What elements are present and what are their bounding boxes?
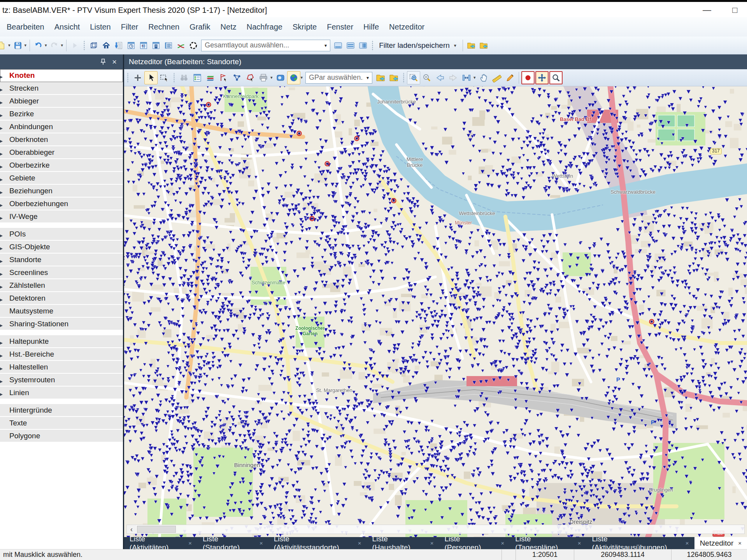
save-button[interactable] — [12, 39, 24, 52]
menu-bearbeiten[interactable]: Bearbeiten — [2, 17, 49, 37]
filter-load-button[interactable] — [465, 39, 477, 52]
insert-mode-button[interactable] — [131, 71, 144, 84]
sidebar-item-gis-objekte[interactable]: GIS-Objekte — [0, 241, 123, 254]
sidebar-item-anbindungen[interactable]: Anbindungen — [0, 121, 123, 133]
layout-bottom-button[interactable] — [332, 39, 344, 52]
menu-listen[interactable]: Listen — [85, 17, 116, 37]
print-button-dropdown[interactable]: ▾ — [270, 75, 274, 80]
tab-close-icon[interactable]: × — [188, 540, 192, 546]
spatial-select-button[interactable] — [217, 71, 230, 84]
map-horizontal-scrollbar[interactable]: ‹ — [126, 525, 745, 534]
tab-close-icon[interactable]: × — [501, 540, 505, 546]
find-button[interactable] — [177, 71, 191, 84]
record-button[interactable] — [521, 71, 535, 84]
run-procedures-button[interactable] — [68, 39, 81, 52]
tab-close-icon[interactable]: × — [430, 540, 434, 546]
gpar-load-button[interactable] — [374, 71, 387, 84]
timetable-editor-button[interactable] — [187, 39, 200, 52]
sidebar-item-sharing-stationen[interactable]: Sharing-Stationen — [0, 318, 123, 331]
pan-button[interactable] — [477, 71, 490, 84]
tab-close-icon[interactable]: × — [260, 540, 263, 546]
center-view-button[interactable] — [535, 71, 549, 84]
tab-netzeditor[interactable]: Netzeditor× — [694, 537, 747, 549]
tab-close-icon[interactable]: × — [578, 540, 581, 546]
sidebar-item-haltepunkte[interactable]: Haltepunkte — [0, 335, 123, 348]
tab-liste-aktivitätsstandorte-[interactable]: Liste (Aktivitätsstandorte)× — [268, 537, 367, 549]
sidebar-item-oberabbieger[interactable]: Oberabbieger — [0, 146, 123, 159]
gpar-combobox[interactable]: GPar auswählen...▾ — [305, 72, 372, 84]
sidebar-item-texte[interactable]: Texte — [0, 417, 123, 430]
sidebar-item-haltestellen[interactable]: Haltestellen — [0, 361, 123, 374]
tab-liste-haushalte-[interactable]: Liste (Haushalte)× — [367, 537, 439, 549]
sidebar-item-gebiete[interactable]: Gebiete — [0, 172, 123, 185]
matrix-editor-button[interactable] — [137, 39, 150, 52]
sidebar-item-beziehungen[interactable]: Beziehungen — [0, 185, 123, 198]
new-version-button[interactable] — [0, 39, 8, 52]
menu-fenster[interactable]: Fenster — [322, 17, 358, 37]
sidebar-item-hintergr-nde[interactable]: Hintergründe — [0, 404, 123, 417]
sidebar-item-linien[interactable]: Linien — [0, 387, 123, 399]
sidebar-close-icon[interactable]: × — [112, 58, 117, 65]
sidebar-item-standorte[interactable]: Standorte — [0, 254, 123, 266]
layout-combobox[interactable]: Gesamtlayout auswählen...▾ — [201, 40, 330, 51]
sidebar-item-polygone[interactable]: Polygone — [0, 430, 123, 443]
tab-liste-tagespläne-[interactable]: Liste (Tagespläne)× — [510, 537, 586, 549]
redo-button-dropdown[interactable]: ▾ — [61, 43, 65, 48]
save-button-dropdown[interactable]: ▾ — [24, 43, 28, 48]
tab-close-icon[interactable]: × — [358, 540, 361, 546]
sidebar-item-hst-bereiche[interactable]: Hst.-Bereiche — [0, 348, 123, 361]
menu-ansicht[interactable]: Ansicht — [49, 17, 85, 37]
object-list-button[interactable] — [191, 71, 204, 84]
maximize-button[interactable]: □ — [726, 4, 744, 17]
layout-rows-button[interactable] — [344, 39, 357, 52]
demand-model-button[interactable] — [150, 39, 162, 52]
list-import-button[interactable] — [112, 39, 125, 52]
sidebar-item-pois[interactable]: POIs — [0, 228, 123, 241]
overview-window-button[interactable] — [274, 71, 287, 84]
draw-button[interactable] — [503, 71, 517, 84]
scrollbar-track[interactable] — [136, 525, 744, 534]
menu-skripte[interactable]: Skripte — [288, 17, 322, 37]
minimize-button[interactable]: — — [698, 4, 716, 17]
tab-liste-aktivitätsausübungen-[interactable]: Liste (Aktivitätsausübungen)× — [586, 537, 694, 549]
layers-button[interactable] — [204, 71, 217, 84]
sidebar-item-screenlines[interactable]: Screenlines — [0, 266, 123, 279]
map-viewport[interactable]: KannenfeldparkJohanniterbrückeMittlere B… — [124, 86, 747, 537]
gpar-save-button[interactable] — [387, 71, 400, 84]
procedure-sequence-button[interactable] — [125, 39, 137, 52]
scrollbar-thumb[interactable] — [137, 526, 176, 533]
chevron-down-icon[interactable]: ▾ — [321, 43, 330, 48]
previous-view-button[interactable] — [433, 71, 447, 84]
zoom-extent-button[interactable] — [460, 71, 473, 84]
menu-netz[interactable]: Netz — [216, 17, 242, 37]
sidebar-item-bezirke[interactable]: Bezirke — [0, 108, 123, 121]
sidebar-item-strecken[interactable]: Strecken — [0, 82, 123, 95]
chevron-down-icon[interactable]: ▾ — [454, 43, 458, 48]
undo-button[interactable] — [32, 39, 44, 52]
tab-close-icon[interactable]: × — [686, 540, 689, 546]
background-map-button-dropdown[interactable]: ▾ — [300, 75, 304, 80]
home-button[interactable] — [100, 39, 112, 52]
lists-button[interactable] — [162, 39, 175, 52]
new-version-button-dropdown[interactable]: ▾ — [8, 43, 12, 48]
tab-close-icon[interactable]: × — [738, 540, 742, 546]
filter-save-button[interactable] — [477, 39, 490, 52]
sidebar-item-z-hlstellen[interactable]: Zählstellen — [0, 279, 123, 292]
sidebar-item-oberknoten[interactable]: Oberknoten — [0, 133, 123, 146]
menu-rechnen[interactable]: Rechnen — [143, 17, 184, 37]
measure-button[interactable] — [490, 71, 503, 84]
filter-menu-button[interactable]: Filter laden/speichern▾ — [376, 41, 461, 50]
sidebar-item-oberbezirke[interactable]: Oberbezirke — [0, 159, 123, 172]
marquee-select-button[interactable] — [158, 71, 171, 84]
zoom-in-button[interactable] — [407, 71, 420, 84]
menu-hilfe[interactable]: Hilfe — [358, 17, 384, 37]
tab-liste-aktivitäten-[interactable]: Liste (Aktivitäten)× — [124, 537, 197, 549]
background-map-button[interactable] — [287, 71, 300, 84]
edit-nodes-button[interactable] — [230, 71, 244, 84]
menu-filter[interactable]: Filter — [116, 17, 143, 37]
sidebar-item-abbieger[interactable]: Abbieger — [0, 95, 123, 108]
zoom-out-button[interactable] — [420, 71, 433, 84]
layout-columns-button[interactable] — [357, 39, 369, 52]
pin-icon[interactable] — [100, 58, 107, 65]
zoom-extent-button-dropdown[interactable]: ▾ — [473, 75, 477, 80]
